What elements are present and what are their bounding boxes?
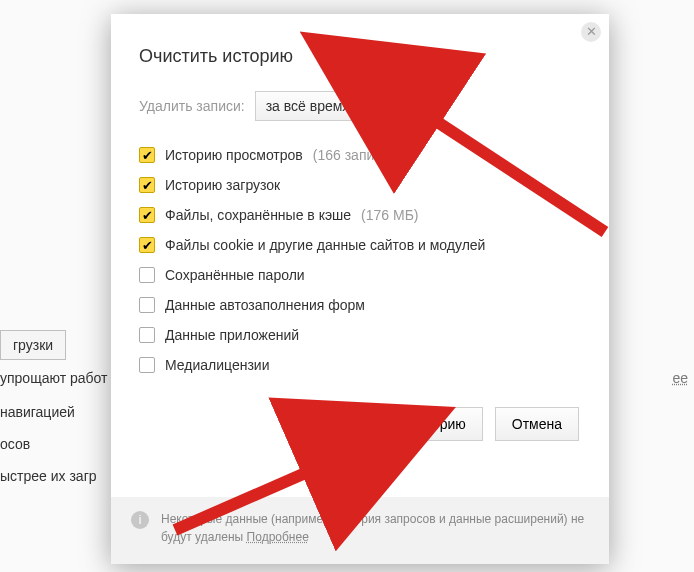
checkbox-note: (166 записей) (313, 147, 402, 163)
checkbox[interactable]: ✔ (139, 237, 155, 253)
checkbox-list: ✔Историю просмотров (166 записей)✔Истори… (139, 147, 581, 373)
close-icon[interactable]: ✕ (581, 22, 601, 42)
checkbox-label: Данные автозаполнения форм (165, 297, 365, 313)
delete-label: Удалить записи: (139, 98, 245, 114)
chevron-down-icon: ▾ (410, 100, 416, 113)
checkbox-label: Файлы, сохранённые в кэше (165, 207, 351, 223)
checkbox[interactable]: ✔ (139, 177, 155, 193)
checkbox-label: Сохранённые пароли (165, 267, 305, 283)
checkbox-label: Файлы cookie и другие данные сайтов и мо… (165, 237, 485, 253)
info-icon: i (131, 511, 149, 529)
time-range-row: Удалить записи: за всё время ▾ (139, 91, 581, 121)
checkbox-row: ✔Файлы, сохранённые в кэше (176 МБ) (139, 207, 581, 223)
checkbox[interactable]: ✔ (139, 207, 155, 223)
checkbox[interactable] (139, 327, 155, 343)
checkbox[interactable] (139, 267, 155, 283)
checkbox-row: ✔Историю просмотров (166 записей) (139, 147, 581, 163)
dialog-footer: i Некоторые данные (например, история за… (111, 497, 609, 564)
bg-text: ыстрее их загр (0, 468, 97, 484)
bg-text: навигацией (0, 404, 75, 420)
clear-button[interactable]: Очистить историю (329, 407, 483, 441)
checkbox-row: ✔Файлы cookie и другие данные сайтов и м… (139, 237, 581, 253)
checkbox-label: Медиалицензии (165, 357, 270, 373)
checkbox[interactable] (139, 357, 155, 373)
checkbox[interactable] (139, 297, 155, 313)
checkbox-row: Медиалицензии (139, 357, 581, 373)
bg-text: упрощают работ (0, 370, 107, 386)
cancel-button[interactable]: Отмена (495, 407, 579, 441)
dialog-actions: Очистить историю Отмена (139, 407, 581, 441)
checkbox-row: Данные приложений (139, 327, 581, 343)
checkbox-note: (176 МБ) (361, 207, 418, 223)
checkbox-row: ✔Историю загрузок (139, 177, 581, 193)
footer-text-block: Некоторые данные (например, история запр… (161, 511, 589, 546)
cancel-button-label: Отмена (512, 416, 562, 432)
bg-link[interactable]: ее (672, 370, 688, 386)
checkbox-label: Данные приложений (165, 327, 299, 343)
checkbox-label: Историю загрузок (165, 177, 280, 193)
bg-button-loads[interactable]: грузки (0, 330, 66, 360)
footer-text: Некоторые данные (например, история запр… (161, 512, 584, 543)
clear-button-label: Очистить историю (346, 416, 466, 432)
dialog-title: Очистить историю (139, 46, 581, 67)
checkbox-row: Данные автозаполнения форм (139, 297, 581, 313)
checkbox-label: Историю просмотров (165, 147, 303, 163)
dialog-body: Очистить историю Удалить записи: за всё … (111, 14, 609, 441)
clear-history-dialog: ✕ Очистить историю Удалить записи: за вс… (111, 14, 609, 564)
select-value: за всё время (266, 98, 350, 114)
bg-button-label: грузки (13, 337, 53, 353)
bg-text: осов (0, 436, 30, 452)
footer-more-link[interactable]: Подробнее (247, 530, 309, 544)
checkbox-row: Сохранённые пароли (139, 267, 581, 283)
checkbox[interactable]: ✔ (139, 147, 155, 163)
time-range-select[interactable]: за всё время ▾ (255, 91, 425, 121)
